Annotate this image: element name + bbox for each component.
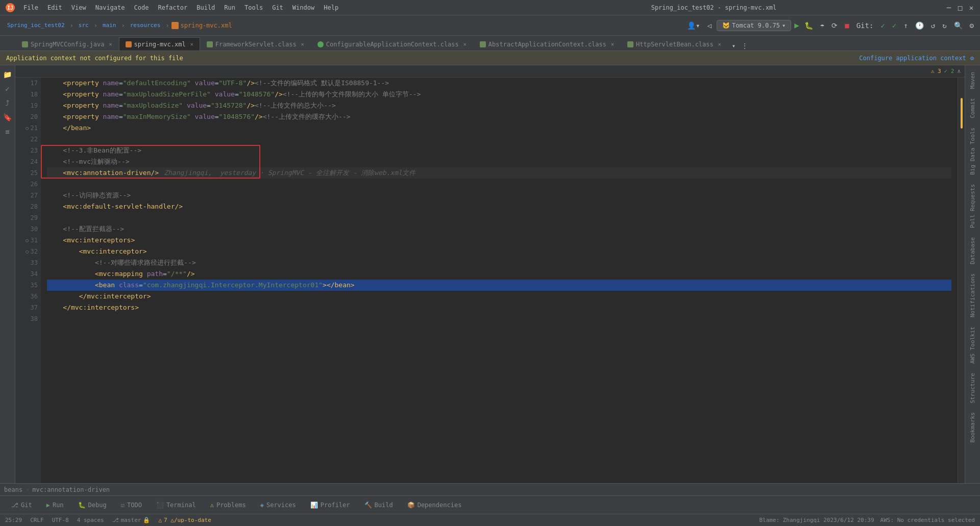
main-breadcrumb[interactable]: main — [100, 20, 119, 30]
sidebar-pullreq-icon[interactable]: ⤴ — [1, 96, 14, 110]
git-revert-icon[interactable]: ↺ — [929, 20, 937, 31]
tab-profiler[interactable]: 📊 Profiler — [304, 499, 356, 511]
git-check-icon[interactable]: ✓ — [878, 20, 887, 31]
profile-icon[interactable]: 👤▾ — [685, 20, 702, 31]
status-branch[interactable]: ⎇ master 🔒 — [112, 517, 151, 523]
tabs-menu-button[interactable]: ⋮ — [740, 41, 750, 51]
tab-close-1[interactable]: ✕ — [190, 41, 193, 47]
back-icon[interactable]: ◁ — [705, 20, 714, 31]
menu-git[interactable]: Git — [268, 3, 287, 12]
sidebar-commit-label[interactable]: Commit — [967, 94, 978, 122]
menu-help[interactable]: Help — [320, 3, 342, 12]
tab-close-3[interactable]: ✕ — [463, 41, 467, 47]
fold-32[interactable]: ○ — [26, 246, 28, 257]
tab-abstractapp[interactable]: AbstractApplicationContext.class ✕ — [473, 37, 621, 51]
tab-configurableapp[interactable]: ConfigurableApplicationContext.class ✕ — [311, 37, 473, 51]
tab-problems[interactable]: ⚠ Problems — [204, 499, 252, 511]
code-line-28: <mvc:default-servlet-handler/> — [47, 201, 951, 212]
tab-spring-mvc-xml[interactable]: spring-mvc.xml ✕ — [119, 37, 200, 51]
menu-view[interactable]: View — [67, 3, 90, 12]
tab-springmvcconfig[interactable]: SpringMVCConfig.java ✕ — [15, 37, 119, 51]
tab-close-5[interactable]: ✕ — [718, 41, 721, 47]
tab-close-2[interactable]: ✕ — [301, 41, 304, 47]
tab-git[interactable]: ⎇ Git — [5, 499, 38, 511]
notification-action[interactable]: Configure application context ⚙ — [859, 55, 974, 62]
tab-services[interactable]: ◈ Services — [254, 499, 302, 511]
sidebar-project-icon[interactable]: 📁 — [1, 68, 14, 81]
ok-count[interactable]: ✓ 2 — [944, 68, 954, 74]
menu-navigate[interactable]: Navigate — [91, 3, 129, 12]
tab-debug[interactable]: 🐛 Debug — [72, 499, 113, 511]
run-button[interactable]: ▶ — [794, 20, 799, 30]
sidebar-maven-label[interactable]: Maven — [967, 68, 978, 93]
git-history-icon[interactable]: 🕐 — [913, 20, 926, 31]
warning-count[interactable]: ⚠ 3 — [931, 68, 941, 74]
abstract-tab-icon — [480, 41, 486, 47]
close-button[interactable]: ✕ — [968, 4, 975, 11]
git-forward-icon[interactable]: ↻ — [940, 20, 948, 31]
file-breadcrumb[interactable]: spring-mvc.xml — [172, 22, 232, 29]
more-tabs-button[interactable]: ▾ — [730, 41, 738, 51]
menu-code[interactable]: Code — [130, 3, 153, 12]
menu-build[interactable]: Build — [192, 3, 219, 12]
menu-edit[interactable]: Edit — [43, 3, 66, 12]
collapse-icon[interactable]: ∧ — [957, 68, 961, 74]
code-content[interactable]: <property name="defaultEncoding" value="… — [41, 78, 958, 483]
maximize-button[interactable]: □ — [957, 4, 964, 11]
code-line-33: <!--对哪些请求路径进行拦截--> — [47, 257, 951, 268]
sidebar-bookmarks-label[interactable]: Bookmarks — [967, 408, 978, 447]
sidebar-bigdata-label[interactable]: Big Data Tools — [967, 123, 978, 179]
status-crlf[interactable]: CRLF — [30, 517, 44, 523]
menu-file[interactable]: File — [19, 3, 42, 12]
sidebar-notifications-label[interactable]: Notifications — [967, 269, 978, 321]
tab-run[interactable]: ▶ Run — [40, 499, 70, 511]
tab-todo[interactable]: ☑ TODO — [115, 499, 148, 511]
settings-button[interactable]: ⚙ — [968, 20, 976, 31]
tab-terminal[interactable]: ⬛ Terminal — [150, 499, 202, 511]
search-button[interactable]: 🔍 — [952, 20, 965, 31]
sidebar-structure-label[interactable]: Structure — [967, 369, 978, 408]
tab-httpservletbean[interactable]: HttpServletBean.class ✕ — [621, 37, 728, 51]
app-logo: IJ — [5, 3, 15, 13]
resources-breadcrumb[interactable]: resources — [127, 20, 164, 30]
code-wrapper[interactable]: 17 18 19 20 ○ 21 22 23 24 25 26 27 28 29… — [15, 78, 965, 483]
sidebar-database-label[interactable]: Database — [967, 233, 978, 268]
tab-frameworkservlet[interactable]: FrameworkServlet.class ✕ — [200, 37, 311, 51]
project-breadcrumb[interactable]: Spring_ioc_test02 — [4, 20, 68, 30]
fold-21[interactable]: ○ — [26, 122, 28, 134]
status-charset[interactable]: UTF-8 — [52, 517, 69, 523]
more-run-button[interactable]: ⟳ — [829, 20, 840, 31]
bc-annotation-driven[interactable]: mvc:annotation-driven — [32, 486, 110, 493]
stop-button[interactable]: ■ — [843, 20, 851, 31]
status-warnings[interactable]: △ 7 △/up-to-date — [158, 517, 211, 523]
bottom-breadcrumb: beans › mvc:annotation-driven — [0, 483, 980, 495]
menu-refactor[interactable]: Refactor — [154, 3, 191, 12]
coverage-button[interactable]: ☂ — [818, 20, 826, 31]
sidebar-pullreq-label[interactable]: Pull Requests — [967, 180, 978, 232]
sidebar-structure-icon[interactable]: ≡ — [1, 125, 14, 138]
menu-window[interactable]: Window — [288, 3, 318, 12]
tab-close-0[interactable]: ✕ — [109, 41, 112, 47]
status-indent[interactable]: 4 spaces — [77, 517, 104, 523]
tab-build[interactable]: 🔨 Build — [358, 499, 399, 511]
debug-button[interactable]: 🐛 — [802, 20, 815, 31]
sidebar-commit-icon[interactable]: ✓ — [1, 82, 14, 95]
bc-beans[interactable]: beans — [4, 486, 22, 493]
git-push-icon[interactable]: ↑ — [901, 20, 910, 31]
fold-31[interactable]: ○ — [26, 235, 28, 246]
minimize-button[interactable]: ─ — [945, 4, 952, 11]
status-position[interactable]: 25:29 — [5, 517, 22, 523]
notification-settings-icon[interactable]: ⚙ — [970, 55, 974, 62]
todo-tab-icon: ☑ — [121, 502, 125, 509]
src-breadcrumb[interactable]: src — [76, 20, 92, 30]
menu-tools[interactable]: Tools — [240, 3, 267, 12]
tomcat-selector[interactable]: 🐱 Tomcat 9.0.75 ▾ — [717, 20, 791, 31]
scrollbar[interactable] — [958, 78, 965, 483]
menu-run[interactable]: Run — [220, 3, 239, 12]
sidebar-bookmarks-icon[interactable]: 🔖 — [1, 111, 14, 124]
git-check2-icon[interactable]: ✓ — [890, 20, 898, 31]
code-editor: ⚠ 3 ✓ 2 ∧ 17 18 19 20 ○ 21 22 23 24 25 — [15, 65, 965, 483]
sidebar-aws-label[interactable]: AWS Toolkit — [967, 322, 978, 368]
tab-dependencies[interactable]: 📦 Dependencies — [401, 499, 468, 511]
tab-close-4[interactable]: ✕ — [611, 41, 614, 47]
